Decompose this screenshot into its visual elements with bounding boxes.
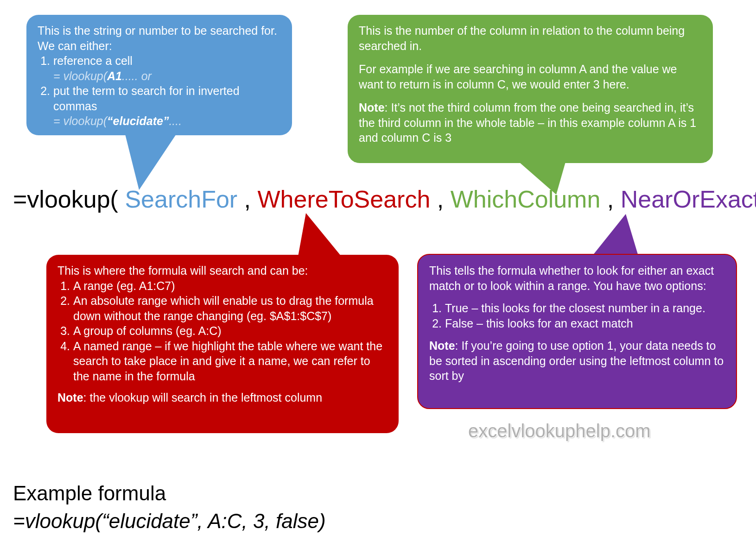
callout-list-item: reference a cell bbox=[53, 53, 281, 69]
callout-list-item: A named range – if we highlight the tabl… bbox=[73, 339, 388, 384]
formula-separator: , bbox=[437, 186, 444, 213]
code-fragment: “elucidate” bbox=[107, 114, 169, 127]
callout-list: A range (eg. A1:C7) An absolute range wh… bbox=[57, 278, 388, 384]
callout-text: This is the string or number to be searc… bbox=[38, 23, 281, 53]
code-fragment: = vlookup( bbox=[53, 69, 107, 82]
callout-text: This tells the formula whether to look f… bbox=[429, 263, 725, 293]
callout-text: Note: the vlookup will search in the lef… bbox=[57, 390, 388, 405]
formula-separator: , bbox=[607, 186, 614, 213]
callout-searchfor: This is the string or number to be searc… bbox=[26, 15, 292, 135]
spacer bbox=[429, 331, 725, 338]
callout-text: This is where the formula will search an… bbox=[57, 263, 388, 278]
code-fragment: .... bbox=[169, 114, 182, 127]
callout-list-item: put the term to search for in inverted c… bbox=[53, 83, 281, 113]
formula-arg-wheretosearch: WhereToSearch bbox=[258, 186, 431, 213]
diagram-canvas: This is the string or number to be searc… bbox=[0, 0, 756, 542]
example-title: Example formula bbox=[13, 482, 166, 505]
callout-nearorexact: This tells the formula whether to look f… bbox=[417, 254, 737, 409]
watermark: excelvlookuphelp.com bbox=[468, 421, 651, 441]
callout-text: Note: It’s not the third column from the… bbox=[359, 100, 702, 145]
example-formula: =vlookup(“elucidate”, A:C, 3, false) bbox=[13, 510, 326, 533]
callout-list-item: True – this looks for the closest number… bbox=[445, 301, 725, 316]
spacer bbox=[359, 53, 702, 62]
callout-text: Note: If you’re going to use option 1, y… bbox=[429, 338, 725, 384]
callout-tail bbox=[589, 214, 640, 260]
note-label: Note bbox=[359, 101, 385, 114]
spacer bbox=[57, 384, 388, 390]
code-fragment: = vlookup( bbox=[53, 114, 107, 127]
note-text: : If you’re going to use option 1, your … bbox=[429, 339, 724, 382]
formula-arg-nearorexact: NearOrExact bbox=[621, 186, 756, 213]
callout-tail bbox=[125, 134, 176, 190]
note-label: Note bbox=[57, 391, 83, 404]
note-label: Note bbox=[429, 339, 455, 352]
formula-arg-searchfor: SearchFor bbox=[125, 186, 237, 213]
callout-list-item: An absolute range which will enable us t… bbox=[73, 293, 388, 323]
note-text: : the vlookup will search in the leftmos… bbox=[83, 391, 323, 404]
spacer bbox=[429, 293, 725, 301]
code-fragment: A1 bbox=[107, 69, 122, 82]
formula-separator: , bbox=[244, 186, 251, 213]
callout-list: True – this looks for the closest number… bbox=[429, 301, 725, 331]
formula-syntax: =vlookup( SearchFor , WhereToSearch , Wh… bbox=[13, 185, 756, 213]
callout-list-item: A range (eg. A1:C7) bbox=[73, 278, 388, 294]
code-fragment: ..... or bbox=[122, 69, 152, 82]
callout-list-item: False – this looks for an exact match bbox=[445, 316, 725, 331]
callout-list-item: A group of columns (eg. A:C) bbox=[73, 323, 388, 339]
formula-prefix: =vlookup( bbox=[13, 186, 118, 213]
note-text: : It’s not the third column from the one… bbox=[359, 101, 696, 144]
callout-list: put the term to search for in inverted c… bbox=[38, 83, 281, 113]
spacer bbox=[359, 92, 702, 100]
callout-text: For example if we are searching in colum… bbox=[359, 62, 702, 92]
callout-wheretosearch: This is where the formula will search an… bbox=[46, 255, 399, 433]
formula-arg-whichcolumn: WhichColumn bbox=[451, 186, 601, 213]
callout-whichcolumn: This is the number of the column in rela… bbox=[348, 15, 713, 163]
callout-code: = vlookup(A1..... or bbox=[53, 69, 281, 84]
callout-text: This is the number of the column in rela… bbox=[359, 23, 702, 53]
callout-list: reference a cell bbox=[38, 53, 281, 69]
callout-code: = vlookup(“elucidate”.... bbox=[53, 113, 281, 129]
